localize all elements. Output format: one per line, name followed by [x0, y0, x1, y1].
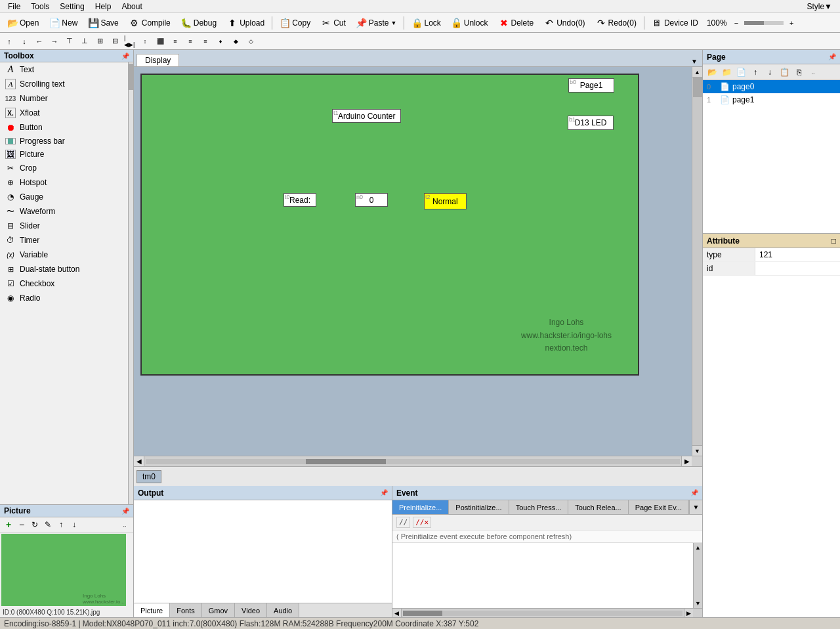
element-n0[interactable]: n0 0	[355, 193, 388, 207]
unlock-button[interactable]: 🔓 Unlock	[447, 16, 493, 30]
tool-a[interactable]: ≡	[169, 35, 182, 48]
element-t2[interactable]: t2 Normal	[424, 193, 467, 209]
tool-b[interactable]: ≡	[184, 35, 197, 48]
toolbox-item-hotspot[interactable]: ⊕ Hotspot	[0, 175, 128, 190]
canvas-inner[interactable]: ▲ ▼ t1 Arduino Counter	[134, 67, 702, 456]
hscroll-right-btn[interactable]: ▶	[681, 456, 692, 467]
pic-refresh-button[interactable]: ↻	[29, 519, 41, 531]
attr-maximize[interactable]: □	[831, 236, 836, 246]
event-hscroll-track[interactable]	[403, 611, 682, 616]
toolbox-scrollbar[interactable]	[128, 62, 133, 504]
output-tab-fonts[interactable]: Fonts	[170, 603, 202, 617]
toolbox-item-text[interactable]: A Text	[0, 62, 128, 77]
spacing-h-button[interactable]: |◀▶|	[123, 35, 136, 48]
toolbox-item-xfloat[interactable]: X. Xfloat	[0, 106, 128, 120]
event-vscroll-down[interactable]: ▼	[694, 599, 702, 608]
arrow-right-button[interactable]: →	[48, 35, 61, 48]
toolbox-item-checkbox[interactable]: ☑ Checkbox	[0, 276, 128, 291]
event-content[interactable]	[392, 543, 693, 608]
event-hscroll-right[interactable]: ▶	[684, 609, 693, 618]
debug-button[interactable]: 🐛 Debug	[177, 16, 221, 30]
event-tab-postinit[interactable]: Postinitialize...	[449, 500, 509, 514]
menu-about[interactable]: About	[116, 1, 147, 12]
output-tab-gmov[interactable]: Gmov	[202, 603, 235, 617]
toolbox-item-button[interactable]: ⏺ Button	[0, 120, 128, 135]
pic-edit-button[interactable]: ✎	[42, 519, 54, 531]
lock-button[interactable]: 🔒 Lock	[407, 16, 445, 30]
vscroll-up[interactable]: ▲	[692, 67, 702, 77]
tool-d[interactable]: ♦	[214, 35, 227, 48]
resize-button[interactable]: ⬛	[154, 35, 167, 48]
align-mid-button[interactable]: ⊞	[93, 35, 106, 48]
component-tm0[interactable]: tm0	[136, 470, 161, 483]
compile-button[interactable]: ⚙ Compile	[125, 16, 175, 30]
pic-more-button[interactable]: ..	[119, 519, 131, 531]
arrow-down-button[interactable]: ↓	[18, 35, 31, 48]
toolbox-item-picture[interactable]: 🖼 Picture	[0, 148, 128, 161]
save-button[interactable]: 💾 Save	[83, 16, 123, 30]
style-menu[interactable]: Style▼	[801, 1, 837, 12]
menu-file[interactable]: File	[3, 1, 26, 12]
attr-val-type[interactable]: 121	[755, 248, 840, 261]
cut-button[interactable]: ✂ Cut	[316, 16, 350, 30]
paste-dropdown[interactable]: ▼	[391, 20, 397, 26]
pic-add-button[interactable]: +	[3, 519, 14, 531]
hscroll-left-btn[interactable]: ◀	[134, 456, 144, 467]
zoom-out-button[interactable]: −	[731, 18, 742, 28]
toolbox-item-crop[interactable]: ✂ Crop	[0, 161, 128, 175]
element-b1[interactable]: b1 D13 LED	[568, 116, 614, 130]
vscroll-down[interactable]: ▼	[692, 445, 702, 456]
event-tab-touch-release[interactable]: Touch Relea...	[568, 500, 628, 514]
pic-remove-button[interactable]: −	[16, 519, 28, 531]
page-item-0[interactable]: 0 📄 page0	[703, 80, 840, 93]
menu-tools[interactable]: Tools	[26, 1, 54, 12]
output-pin[interactable]: 📌	[380, 489, 388, 496]
tab-dropdown[interactable]: ▼	[689, 56, 700, 66]
toolbox-item-timer[interactable]: ⏱ Timer	[0, 233, 128, 248]
page-pin[interactable]: 📌	[828, 53, 836, 60]
picture-pin[interactable]: 📌	[121, 508, 129, 515]
delete-button[interactable]: ✖ Delete	[494, 16, 539, 30]
zoom-slider-track[interactable]	[744, 21, 784, 25]
toolbox-item-variable[interactable]: (x) Variable	[0, 248, 128, 262]
toolbox-item-progress[interactable]: Progress bar	[0, 135, 128, 148]
grid-button[interactable]: ⊟	[108, 35, 121, 48]
zoom-in-button[interactable]: +	[786, 18, 797, 28]
spacing-v-button[interactable]: ↕	[138, 35, 152, 48]
canvas-vscroll[interactable]: ▲ ▼	[692, 67, 702, 456]
page-add-btn[interactable]: 📄	[734, 66, 747, 78]
toolbox-pin[interactable]: 📌	[121, 53, 129, 60]
event-tab-preinit[interactable]: Preinitialize...	[392, 500, 449, 514]
upload-button[interactable]: ⬆ Upload	[222, 16, 269, 30]
page-paste-btn[interactable]: ⎘	[792, 66, 805, 78]
output-tab-video[interactable]: Video	[235, 603, 267, 617]
event-vscroll-up[interactable]: ▲	[694, 543, 702, 552]
arrow-left-button[interactable]: ←	[33, 35, 46, 48]
new-button[interactable]: 📄 New	[45, 16, 82, 30]
toolbox-item-dual-state[interactable]: ⊞ Dual-state button	[0, 262, 128, 276]
toolbox-item-slider[interactable]: ⊟ Slider	[0, 219, 128, 233]
pic-up-button[interactable]: ↑	[55, 519, 67, 531]
hscroll-track[interactable]	[146, 459, 680, 464]
page-down-btn[interactable]: ↓	[763, 66, 776, 78]
canvas[interactable]: t1 Arduino Counter b0 Page1 b1 D13 LED	[140, 74, 639, 376]
element-t1[interactable]: t1 Arduino Counter	[332, 109, 401, 123]
output-tab-picture[interactable]: Picture	[134, 603, 170, 617]
event-pin[interactable]: 📌	[690, 489, 698, 496]
tool-f[interactable]: ◇	[244, 35, 257, 48]
undo-button[interactable]: ↶ Undo(0)	[539, 16, 589, 30]
uncomment-button[interactable]: //✕	[413, 517, 431, 528]
toolbox-item-scrolling[interactable]: A Scrolling text	[0, 77, 128, 91]
device-id-button[interactable]: 🖥 Device ID	[647, 16, 703, 30]
event-tab-page-exit[interactable]: Page Exit Ev...	[629, 500, 689, 514]
tab-display[interactable]: Display	[136, 54, 179, 66]
event-tab-more[interactable]: ▼	[689, 500, 702, 514]
page-more-btn[interactable]: ..	[807, 66, 820, 78]
paste-button[interactable]: 📌 Paste ▼	[352, 16, 402, 30]
tool-c[interactable]: ≡	[199, 35, 212, 48]
tool-e[interactable]: ◆	[229, 35, 242, 48]
output-tab-audio[interactable]: Audio	[267, 603, 299, 617]
toolbox-item-radio[interactable]: ◉ Radio	[0, 291, 128, 305]
align-top-button[interactable]: ⊤	[63, 35, 76, 48]
redo-button[interactable]: ↷ Redo(0)	[591, 16, 641, 30]
